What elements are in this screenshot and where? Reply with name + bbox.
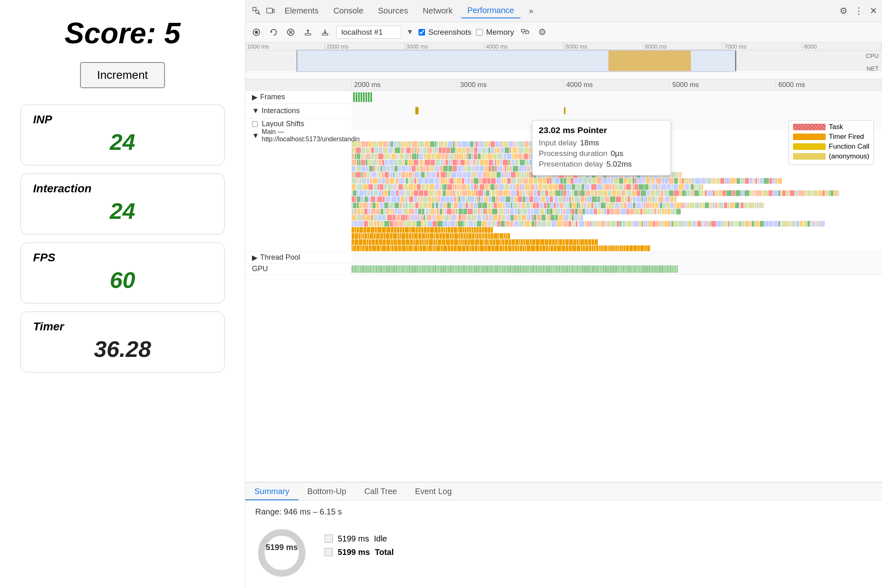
url-bar[interactable]: localhost #1: [336, 26, 401, 39]
flame-bar: [635, 184, 638, 190]
gpu-bar: [490, 265, 492, 273]
flame-bar: [624, 184, 626, 190]
layout-shifts-checkbox[interactable]: [252, 121, 258, 127]
flame-timer-bar: [592, 245, 593, 251]
flame-bar: [831, 190, 833, 196]
flame-bar: [463, 203, 465, 208]
clear-icon[interactable]: [285, 26, 297, 38]
flame-bar: [459, 196, 460, 202]
url-dropdown-icon[interactable]: ▼: [406, 28, 414, 36]
device-toggle-icon[interactable]: [264, 5, 276, 17]
flame-bar: [637, 178, 642, 184]
timeline-overview[interactable]: 1000 ms 2000 ms 3000 ms 4000 ms 5000 ms …: [245, 42, 882, 79]
flame-bar: [511, 172, 516, 178]
flame-bar: [357, 209, 361, 214]
increment-button[interactable]: Increment: [80, 62, 165, 88]
inspector-icon[interactable]: [250, 5, 263, 17]
flame-bar: [422, 209, 424, 214]
tab-event-log[interactable]: Event Log: [406, 483, 461, 500]
selection-right-handle[interactable]: [735, 51, 736, 71]
flame-bar: [409, 196, 413, 202]
gpu-label[interactable]: GPU: [245, 264, 352, 274]
flame-bar: [587, 196, 591, 202]
tab-performance[interactable]: Performance: [461, 3, 521, 18]
tooltip-input-delay-value: 18ms: [580, 138, 599, 147]
close-icon[interactable]: ✕: [870, 6, 877, 16]
record-icon[interactable]: [250, 26, 263, 38]
flame-timer-bar: [427, 227, 430, 233]
flame-bar: [399, 172, 401, 178]
flame-bar: [428, 196, 431, 202]
flame-timer-bar: [424, 227, 427, 233]
flame-bar: [482, 147, 486, 153]
reload-icon[interactable]: [267, 26, 280, 38]
flame-timer-bar: [377, 227, 381, 233]
frames-label[interactable]: ▶ ▶ Frames Frames: [245, 92, 352, 102]
tracks-area[interactable]: ▶ ▶ Frames Frames: [245, 91, 882, 482]
flame-bar: [403, 184, 408, 190]
tab-console[interactable]: Console: [327, 4, 370, 18]
tab-summary[interactable]: Summary: [245, 483, 298, 500]
flame-bar: [737, 221, 739, 227]
flame-bar: [468, 203, 470, 208]
tab-elements[interactable]: Elements: [278, 4, 325, 18]
flame-bar: [781, 190, 782, 196]
flame-bar: [621, 190, 625, 196]
memory-checkbox[interactable]: [476, 29, 483, 36]
settings-icon[interactable]: ⚙: [840, 6, 848, 16]
flame-timer-bar: [415, 239, 419, 245]
tab-sources[interactable]: Sources: [372, 4, 414, 18]
tab-bottom-up[interactable]: Bottom-Up: [298, 483, 356, 500]
flame-timer-bar: [402, 245, 406, 251]
task-legend: Task Timer Fired Function Call (anonymou…: [788, 120, 874, 165]
tab-more[interactable]: »: [522, 4, 540, 18]
flame-bar: [405, 190, 406, 196]
flame-bar: [517, 178, 518, 184]
upload-icon[interactable]: [302, 26, 314, 38]
flame-bar: [666, 203, 670, 208]
flame-timer-bar: [496, 239, 500, 245]
flame-bar: [406, 166, 408, 172]
flame-bar: [687, 221, 692, 227]
flame-bar: [788, 221, 790, 227]
flame-bar: [358, 221, 363, 227]
thread-pool-label[interactable]: ▶ ▶ Thread Pool Thread Pool: [245, 252, 352, 263]
interactions-label[interactable]: ▼ Interactions: [245, 106, 352, 116]
flame-bar: [697, 221, 701, 227]
flame-bar: [357, 166, 361, 172]
screenshots-checkbox[interactable]: [419, 29, 425, 36]
toolbar-settings-icon[interactable]: ⚙: [536, 26, 548, 38]
flame-bar: [440, 184, 441, 190]
flame-bar: [686, 190, 687, 196]
flame-timer-bar: [441, 245, 443, 251]
flame-bar: [590, 184, 591, 190]
flame-bar: [576, 184, 581, 190]
flame-bar: [572, 190, 574, 196]
flame-bar: [451, 215, 456, 220]
flame-bar: [352, 178, 357, 184]
download-icon[interactable]: [319, 26, 331, 38]
flame-bar: [689, 178, 690, 184]
more-options-icon[interactable]: ⋮: [854, 6, 863, 16]
flame-bar: [420, 160, 423, 165]
flame-bar: [578, 215, 580, 220]
flame-bar: [405, 154, 409, 159]
tab-network[interactable]: Network: [416, 4, 459, 18]
flame-bar: [506, 172, 508, 178]
gpu-bar: [389, 265, 390, 273]
selection-overlay[interactable]: [296, 50, 736, 72]
flame-bar: [374, 147, 378, 153]
flame-bar: [443, 209, 444, 214]
flame-timer-bar: [526, 239, 529, 245]
gpu-bar: [667, 265, 668, 273]
flame-bar: [364, 221, 368, 227]
flame-timer-bar: [406, 245, 408, 251]
tab-call-tree[interactable]: Call Tree: [355, 483, 406, 500]
flame-bar: [769, 178, 772, 184]
gpu-bar: [584, 265, 585, 273]
capture-settings-icon[interactable]: [519, 26, 531, 38]
flame-bar: [528, 209, 531, 214]
flame-bar: [363, 203, 368, 208]
flame-bar: [392, 184, 394, 190]
flame-timer-bar: [502, 239, 504, 245]
